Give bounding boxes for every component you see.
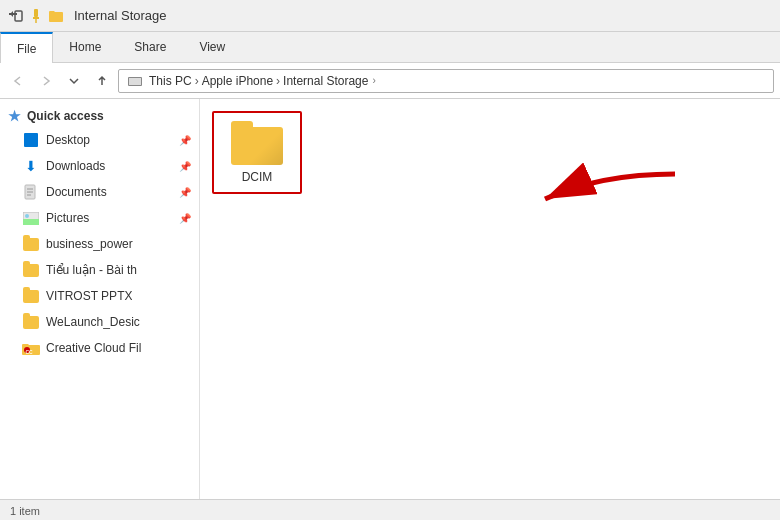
sidebar-quick-access-section: ★ Quick access Desktop 📌 ⬇ Downloads 📌 (0, 105, 199, 361)
svg-rect-3 (33, 17, 39, 19)
path-storage[interactable]: Internal Storage (283, 74, 368, 88)
back-button[interactable] (6, 69, 30, 93)
sidebar: ★ Quick access Desktop 📌 ⬇ Downloads 📌 (0, 99, 200, 499)
tab-home[interactable]: Home (53, 32, 118, 62)
dcim-folder[interactable]: DCIM (212, 111, 302, 194)
address-bar: This PC › Apple iPhone › Internal Storag… (0, 63, 780, 99)
sidebar-item-business[interactable]: business_power (0, 231, 199, 257)
pin-icon-downloads: 📌 (179, 161, 191, 172)
red-arrow (520, 159, 680, 219)
pin-icon[interactable] (28, 8, 44, 24)
sidebar-quick-access-header[interactable]: ★ Quick access (0, 105, 199, 127)
recent-button[interactable] (62, 69, 86, 93)
path-iphone[interactable]: Apple iPhone (202, 74, 273, 88)
folder-icon-welaunch (22, 313, 40, 331)
svg-text:CC: CC (26, 348, 34, 354)
folder-icon-tieuluan (22, 261, 40, 279)
quick-access-label: Quick access (27, 109, 104, 123)
main-layout: ★ Quick access Desktop 📌 ⬇ Downloads 📌 (0, 99, 780, 499)
up-button[interactable] (90, 69, 114, 93)
ribbon: File Home Share View (0, 32, 780, 63)
title-bar: Internal Storage (0, 0, 780, 32)
svg-rect-1 (15, 11, 22, 21)
svg-rect-12 (23, 219, 39, 225)
svg-rect-2 (34, 9, 38, 17)
title-text: Internal Storage (74, 8, 167, 23)
downloads-icon: ⬇ (22, 157, 40, 175)
sidebar-label-pictures: Pictures (46, 211, 89, 225)
pin-icon-documents: 📌 (179, 187, 191, 198)
sidebar-label-desktop: Desktop (46, 133, 90, 147)
sidebar-label-welaunch: WeLaunch_Desic (46, 315, 140, 329)
sidebar-item-downloads[interactable]: ⬇ Downloads 📌 (0, 153, 199, 179)
sidebar-label-downloads: Downloads (46, 159, 105, 173)
sidebar-label-cc: Creative Cloud Fil (46, 341, 141, 355)
pin-icon-desktop: 📌 (179, 135, 191, 146)
folder-icon-business (22, 235, 40, 253)
sidebar-item-cc[interactable]: CC Creative Cloud Fil (0, 335, 199, 361)
folder-large-icon (231, 121, 283, 165)
status-text: 1 item (10, 505, 40, 517)
sidebar-item-documents[interactable]: Documents 📌 (0, 179, 199, 205)
undo-icon[interactable] (8, 8, 24, 24)
pin-icon-pictures: 📌 (179, 213, 191, 224)
cc-folder-icon: CC (22, 339, 40, 357)
status-bar: 1 item (0, 499, 780, 520)
title-bar-icons (8, 8, 64, 24)
sidebar-item-vitrost[interactable]: VITROST PPTX (0, 283, 199, 309)
documents-icon (22, 183, 40, 201)
sidebar-label-vitrost: VITROST PPTX (46, 289, 132, 303)
folder-icon-vitrost (22, 287, 40, 305)
tab-share[interactable]: Share (118, 32, 183, 62)
svg-point-13 (25, 214, 29, 218)
sidebar-label-documents: Documents (46, 185, 107, 199)
sidebar-label-business: business_power (46, 237, 133, 251)
folder-icon[interactable] (48, 8, 64, 24)
path-thispc[interactable]: This PC (149, 74, 192, 88)
sidebar-item-welaunch[interactable]: WeLaunch_Desic (0, 309, 199, 335)
tab-view[interactable]: View (183, 32, 242, 62)
sidebar-item-pictures[interactable]: Pictures 📌 (0, 205, 199, 231)
sidebar-item-tieuluan[interactable]: Tiểu luận - Bài th (0, 257, 199, 283)
tab-file[interactable]: File (0, 32, 53, 63)
desktop-icon (22, 131, 40, 149)
address-path[interactable]: This PC › Apple iPhone › Internal Storag… (118, 69, 774, 93)
pictures-icon (22, 209, 40, 227)
content-area: DCIM (200, 99, 780, 499)
forward-button[interactable] (34, 69, 58, 93)
dcim-label: DCIM (242, 170, 273, 184)
sidebar-item-desktop[interactable]: Desktop 📌 (0, 127, 199, 153)
sidebar-label-tieuluan: Tiểu luận - Bài th (46, 263, 137, 277)
star-icon: ★ (8, 108, 21, 124)
ribbon-tabs: File Home Share View (0, 32, 780, 62)
svg-rect-6 (129, 78, 141, 85)
